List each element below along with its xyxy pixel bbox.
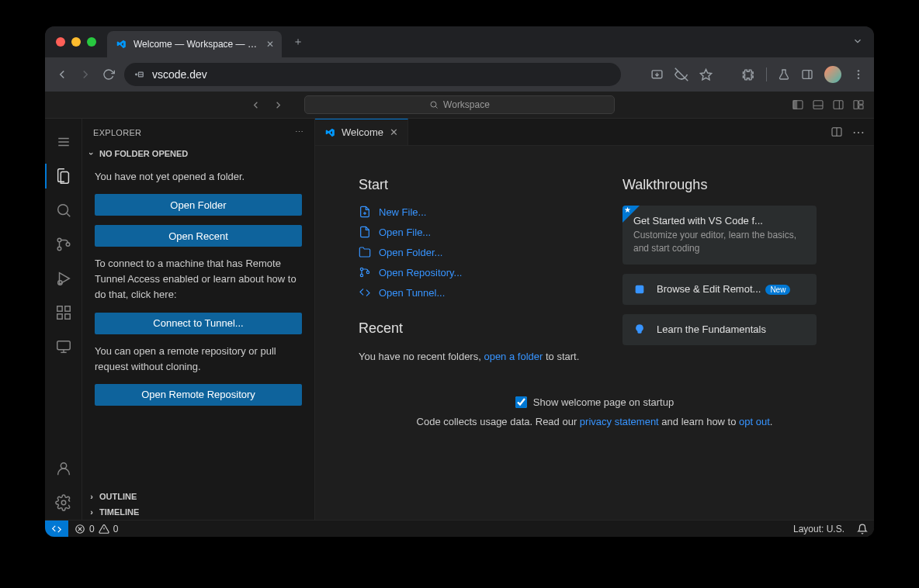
titlebar-nav <box>250 99 284 111</box>
tunnel-info-text: To connect to a machine that has Remote … <box>95 256 302 303</box>
warnings-count: 0 <box>113 524 119 534</box>
svg-point-10 <box>858 70 859 71</box>
editor-more-icon[interactable]: ⋯ <box>852 125 865 140</box>
chevron-right-icon: › <box>87 492 96 501</box>
app-menu-button[interactable] <box>45 125 82 159</box>
extensions-view-icon[interactable] <box>45 296 82 330</box>
open-tunnel-link[interactable]: Open Tunnel... <box>359 286 591 299</box>
new-file-icon <box>359 206 371 218</box>
separator <box>766 67 767 81</box>
open-folder-button[interactable]: Open Folder <box>95 194 302 216</box>
bookmark-icon[interactable] <box>699 68 713 81</box>
welcome-tab[interactable]: Welcome ✕ <box>315 119 408 145</box>
svg-point-49 <box>366 271 369 273</box>
vscode-body: EXPLORER ⋯ › NO FOLDER OPENED You have n… <box>45 119 874 520</box>
command-center[interactable]: Workspace <box>304 95 615 114</box>
svg-point-42 <box>61 500 66 505</box>
start-column: Start New File... Open File... Open Fold… <box>359 177 591 365</box>
toggle-primary-sidebar-icon[interactable] <box>792 99 804 111</box>
explorer-view-icon[interactable] <box>45 159 82 193</box>
remote-indicator[interactable] <box>45 521 68 537</box>
profile-avatar[interactable] <box>824 66 841 83</box>
close-tab-icon[interactable]: ✕ <box>266 39 274 50</box>
expand-tabs-button[interactable] <box>852 36 863 47</box>
nav-forward-icon[interactable] <box>272 99 284 111</box>
svg-line-28 <box>67 213 70 216</box>
show-welcome-label: Show welcome page on startup <box>533 396 674 408</box>
svg-marker-32 <box>59 273 69 285</box>
search-view-icon[interactable] <box>45 193 82 227</box>
nav-back-icon[interactable] <box>250 99 262 111</box>
welcome-page: Start New File... Open File... Open Fold… <box>315 146 874 520</box>
close-window-button[interactable] <box>56 37 65 47</box>
walkthrough-remote[interactable]: Browse & Edit Remot...New <box>622 274 817 305</box>
svg-point-41 <box>61 463 66 469</box>
chrome-menu-icon[interactable] <box>852 68 865 81</box>
maximize-window-button[interactable] <box>87 37 96 47</box>
new-file-link[interactable]: New File... <box>359 206 591 218</box>
walkthrough-get-started[interactable]: Get Started with VS Code f... Customize … <box>622 206 817 265</box>
open-folder-inline-link[interactable]: open a folder <box>484 351 543 362</box>
open-folder-link[interactable]: Open Folder... <box>359 246 591 258</box>
status-bar: 0 0 Layout: U.S. <box>45 520 874 537</box>
install-app-icon[interactable] <box>650 68 664 81</box>
remote-walk-icon <box>633 283 647 296</box>
browser-tab[interactable]: Welcome — Workspace — Vis ✕ <box>107 31 282 57</box>
side-panel-icon[interactable] <box>801 68 813 81</box>
open-repo-link[interactable]: Open Repository... <box>359 266 591 278</box>
chrome-toolbar: vscode.dev <box>45 57 874 92</box>
run-debug-view-icon[interactable] <box>45 261 82 296</box>
site-info-icon[interactable] <box>134 69 144 80</box>
open-recent-button[interactable]: Open Recent <box>95 225 302 247</box>
vscode-favicon-icon <box>115 38 127 50</box>
svg-rect-16 <box>793 101 797 109</box>
settings-gear-icon[interactable] <box>45 486 82 520</box>
labs-icon[interactable] <box>778 68 790 81</box>
split-editor-icon[interactable] <box>831 126 843 138</box>
opt-out-link[interactable]: opt out <box>739 416 770 427</box>
tracking-off-icon[interactable] <box>675 67 688 81</box>
svg-rect-38 <box>57 341 70 350</box>
show-welcome-checkbox[interactable]: Show welcome page on startup <box>359 396 831 408</box>
errors-count: 0 <box>89 524 95 534</box>
svg-point-48 <box>360 274 362 276</box>
privacy-statement-link[interactable]: privacy statement <box>580 416 659 427</box>
window-controls <box>56 37 96 47</box>
close-tab-icon[interactable]: ✕ <box>390 126 398 138</box>
keyboard-layout-status[interactable]: Layout: U.S. <box>787 524 851 534</box>
svg-rect-17 <box>813 101 823 109</box>
minimize-window-button[interactable] <box>71 37 81 47</box>
notifications-icon[interactable] <box>851 524 874 534</box>
tab-label: Welcome <box>342 126 383 138</box>
svg-point-30 <box>57 247 61 251</box>
connect-tunnel-button[interactable]: Connect to Tunnel... <box>95 313 302 334</box>
browser-window: Welcome — Workspace — Vis ✕ ＋ vscode.dev <box>45 26 874 537</box>
source-control-view-icon[interactable] <box>45 227 82 261</box>
walkthrough-title: Get Started with VS Code f... <box>633 215 806 227</box>
toggle-panel-icon[interactable] <box>812 99 824 111</box>
toggle-secondary-sidebar-icon[interactable] <box>832 99 844 111</box>
accounts-icon[interactable] <box>45 451 82 486</box>
vscode-titlebar: Workspace <box>45 92 874 119</box>
customize-layout-icon[interactable] <box>852 99 865 111</box>
command-center-text: Workspace <box>443 99 490 110</box>
no-folder-section-header[interactable]: › NO FOLDER OPENED <box>82 146 314 161</box>
open-remote-repo-button[interactable]: Open Remote Repository <box>95 384 302 406</box>
svg-point-0 <box>136 74 137 75</box>
timeline-section-header[interactable]: › TIMELINE <box>82 504 314 520</box>
open-file-link[interactable]: Open File... <box>359 226 591 238</box>
new-tab-button[interactable]: ＋ <box>293 35 303 49</box>
sidebar-more-icon[interactable]: ⋯ <box>295 127 303 137</box>
remote-explorer-view-icon[interactable] <box>45 330 82 364</box>
back-button[interactable] <box>54 67 70 81</box>
address-bar[interactable]: vscode.dev <box>124 63 621 86</box>
show-welcome-input[interactable] <box>515 396 527 408</box>
extensions-icon[interactable] <box>742 68 755 81</box>
problems-status[interactable]: 0 0 <box>68 524 124 534</box>
svg-rect-37 <box>64 306 69 311</box>
recent-empty-text: You have no recent folders, open a folde… <box>359 349 591 365</box>
reload-button[interactable] <box>101 68 116 81</box>
outline-section-header[interactable]: › OUTLINE <box>82 489 314 504</box>
walkthrough-fundamentals[interactable]: Learn the Fundamentals <box>622 314 817 345</box>
tunnel-icon <box>359 286 371 299</box>
